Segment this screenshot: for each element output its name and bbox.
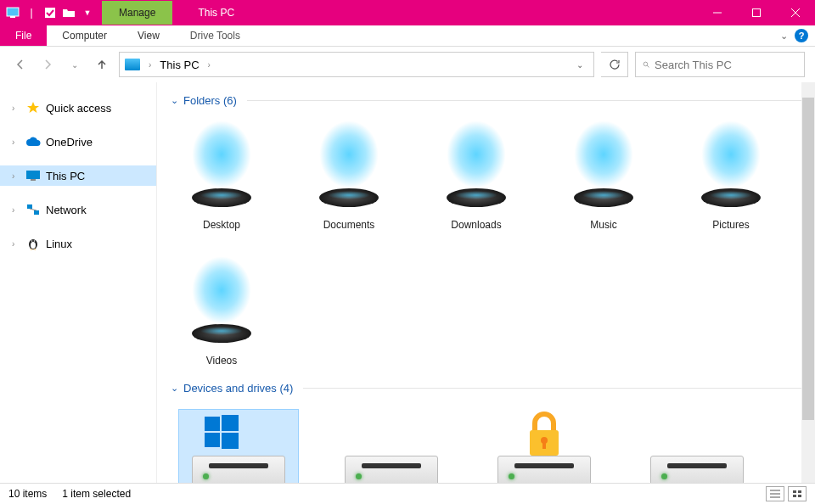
tab-drive-tools[interactable]: Drive Tools [175, 25, 256, 46]
context-tab-manage[interactable]: Manage [102, 1, 172, 25]
folder-icon [565, 120, 642, 214]
recent-dropdown[interactable]: ⌄ [65, 54, 85, 75]
folder-downloads[interactable]: Downloads [434, 120, 519, 231]
address-bar[interactable]: › This PC › ⌄ [119, 52, 594, 77]
chevron-right-icon[interactable]: › [12, 239, 20, 249]
sidebar-item-label: Quick access [46, 102, 111, 115]
up-button[interactable] [92, 54, 112, 75]
properties-icon[interactable] [42, 5, 58, 20]
chevron-right-icon[interactable]: › [205, 60, 214, 70]
folder-icon [183, 120, 260, 214]
sidebar-item-onedrive[interactable]: ›OneDrive [0, 132, 156, 152]
location-icon [125, 59, 140, 70]
chevron-right-icon[interactable]: › [12, 205, 20, 215]
folder-desktop[interactable]: Desktop [179, 120, 264, 231]
window-controls [698, 0, 815, 25]
content-pane: ⌄Folders (6)DesktopDocumentsDownloadsMus… [157, 82, 815, 483]
back-button[interactable] [10, 54, 31, 75]
breadcrumb-this-pc[interactable]: This PC [160, 59, 199, 71]
svg-rect-2 [45, 8, 55, 18]
collapse-ribbon-icon[interactable]: ⌄ [780, 31, 788, 42]
svg-rect-31 [798, 495, 801, 497]
status-selected-count: 1 item selected [62, 488, 131, 500]
svg-rect-18 [205, 417, 220, 431]
forward-button[interactable] [37, 54, 58, 75]
folder-music[interactable]: Music [561, 120, 646, 231]
penguin-icon [25, 237, 41, 250]
group-title: Folders (6) [183, 94, 237, 107]
window-title: This PC [172, 7, 234, 19]
tab-view[interactable]: View [122, 25, 175, 46]
monitor-icon [25, 169, 41, 182]
drive-icon [345, 456, 438, 483]
help-icon[interactable]: ? [795, 29, 808, 42]
svg-rect-20 [205, 433, 220, 447]
tab-computer[interactable]: Computer [47, 25, 122, 46]
folder-documents[interactable]: Documents [306, 120, 391, 231]
svg-rect-19 [222, 415, 239, 431]
sidebar-item-linux[interactable]: ›Linux [0, 233, 156, 254]
windows-logo-icon [203, 413, 240, 451]
svg-rect-1 [10, 16, 15, 18]
folder-label: Documents [323, 219, 375, 231]
scroll-thumb[interactable] [802, 98, 814, 420]
drive-item[interactable] [485, 410, 604, 483]
details-view-button[interactable] [766, 486, 784, 501]
address-dropdown-icon[interactable]: ⌄ [571, 60, 588, 70]
chevron-right-icon[interactable]: › [12, 171, 20, 181]
sidebar-item-label: OneDrive [46, 136, 93, 148]
large-icons-view-button[interactable] [788, 486, 807, 501]
svg-rect-29 [798, 490, 801, 493]
sidebar-item-label: Network [46, 204, 87, 216]
group-header-devices-and-drives[interactable]: ⌄Devices and drives (4) [171, 382, 801, 395]
close-button[interactable] [776, 0, 815, 25]
folder-videos[interactable]: Videos [179, 256, 264, 367]
body: ›Quick access›OneDrive›This PC›Network›L… [0, 82, 815, 483]
folder-pictures[interactable]: Pictures [689, 120, 773, 231]
folder-grid: DesktopDocumentsDownloadsMusicPicturesVi… [171, 112, 801, 382]
app-icon [5, 5, 20, 20]
navigation-bar: ⌄ › This PC › ⌄ [0, 47, 815, 82]
svg-point-7 [644, 62, 648, 66]
quick-access-toolbar: | ▼ Manage [0, 1, 172, 25]
group-header-folders[interactable]: ⌄Folders (6) [171, 94, 801, 107]
drive-item[interactable] [638, 410, 756, 483]
svg-rect-9 [26, 171, 40, 179]
refresh-button[interactable] [601, 52, 628, 77]
cloud-icon [25, 135, 41, 148]
new-folder-icon[interactable] [61, 5, 76, 20]
drive-icon [192, 456, 285, 483]
title-bar: | ▼ Manage This PC [0, 0, 815, 25]
sidebar-item-quick-access[interactable]: ›Quick access [0, 98, 156, 118]
chevron-right-icon[interactable]: › [12, 137, 20, 147]
folder-label: Music [590, 219, 616, 231]
chevron-down-icon: ⌄ [171, 383, 178, 394]
folder-label: Videos [206, 355, 237, 367]
scrollbar[interactable] [801, 82, 815, 483]
svg-rect-24 [542, 440, 546, 449]
folder-icon [438, 120, 514, 214]
search-input[interactable] [655, 59, 797, 71]
drive-item[interactable] [332, 410, 451, 483]
svg-rect-12 [34, 210, 39, 215]
qat-dropdown-icon[interactable]: ▼ [80, 5, 95, 20]
drive-item[interactable] [179, 410, 298, 483]
status-item-count: 10 items [8, 488, 47, 500]
file-tab[interactable]: File [0, 25, 47, 46]
folder-label: Pictures [712, 219, 749, 231]
search-box[interactable] [635, 52, 805, 77]
minimize-button[interactable] [698, 0, 737, 25]
svg-rect-11 [27, 204, 32, 209]
chevron-right-icon[interactable]: › [12, 104, 20, 113]
folder-label: Downloads [451, 219, 501, 231]
svg-rect-4 [753, 9, 761, 17]
svg-point-16 [31, 240, 33, 242]
chevron-right-icon[interactable]: › [145, 60, 155, 70]
folder-icon [183, 256, 260, 350]
maximize-button[interactable] [737, 0, 776, 25]
star-icon [25, 101, 41, 115]
qat-separator: | [24, 5, 39, 20]
sidebar-item-network[interactable]: ›Network [0, 199, 156, 220]
svg-line-13 [30, 209, 37, 210]
sidebar-item-this-pc[interactable]: ›This PC [0, 165, 156, 186]
